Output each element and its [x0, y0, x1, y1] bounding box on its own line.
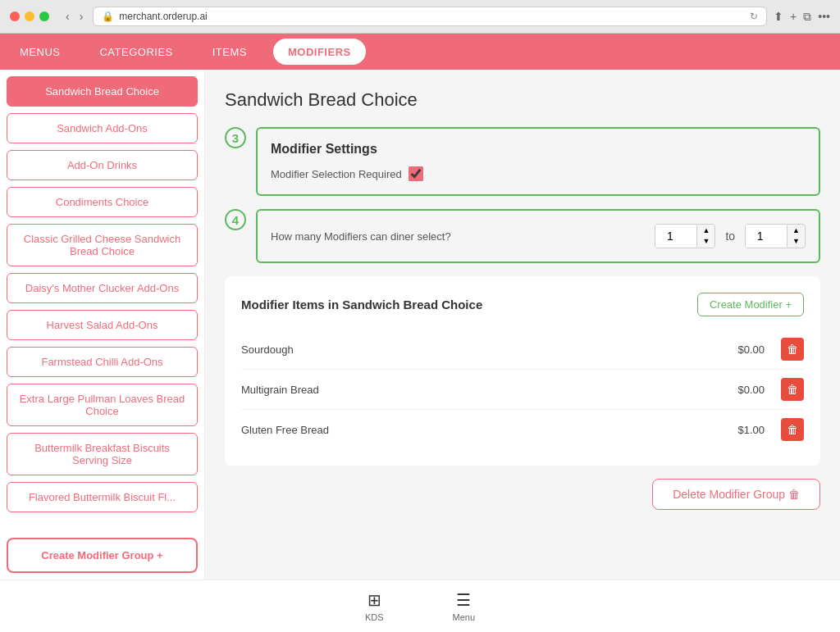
bottom-bar: ⊞ KDS ☰ Menu	[0, 580, 840, 632]
checkbox-label: Modifier Selection Required	[271, 168, 402, 180]
to-label: to	[725, 230, 735, 243]
modifier-item-multigrain: Multigrain Bread $0.00 🗑	[241, 370, 804, 410]
delete-multigrain-button[interactable]: 🗑	[781, 378, 804, 401]
address-bar[interactable]: 🔒 merchant.orderup.ai ↻	[93, 7, 767, 26]
maximize-traffic-light[interactable]	[39, 11, 49, 21]
sidebar-item-sandwich-addons[interactable]: Sandwich Add-Ons	[7, 113, 198, 143]
modifier-item-glutenfree: Gluten Free Bread $1.00 🗑	[241, 410, 804, 449]
kds-icon: ⊞	[368, 590, 381, 610]
modifier-name-glutenfree: Gluten Free Bread	[241, 424, 715, 436]
nav-menus[interactable]: MENUS	[0, 34, 80, 70]
step4-row: 4 How many Modifiers can diner select? 1…	[225, 209, 820, 263]
minimize-traffic-light[interactable]	[25, 11, 34, 21]
lock-icon: 🔒	[102, 11, 114, 22]
range-from-increment[interactable]: ▲	[696, 225, 714, 236]
delete-glutenfree-button[interactable]: 🗑	[781, 418, 804, 441]
range-to-increment[interactable]: ▲	[787, 225, 805, 236]
sidebar-item-flavored-buttermilk[interactable]: Flavored Buttermilk Biscuit Fl...	[7, 482, 198, 512]
nav-categories[interactable]: CATEGORIES	[80, 34, 192, 70]
step3-circle: 3	[225, 127, 246, 148]
menu-icon: ☰	[456, 590, 471, 610]
add-tab-button[interactable]: +	[790, 10, 797, 23]
app-navigation: MENUS CATEGORIES ITEMS MODIFIERS	[0, 34, 840, 70]
modifier-items-title: Modifier Items in Sandwich Bread Choice	[241, 298, 482, 311]
modifier-name-sourdough: Sourdough	[241, 343, 715, 356]
range-to-spinner-btns: ▲ ▼	[787, 225, 805, 247]
range-from-spinner: 1 ▲ ▼	[655, 224, 715, 248]
close-traffic-light[interactable]	[10, 11, 20, 21]
kds-label: KDS	[365, 612, 384, 622]
url-text: merchant.orderup.ai	[119, 11, 207, 22]
range-from-input[interactable]: 1	[655, 225, 696, 248]
delete-group-row: Delete Modifier Group 🗑	[225, 479, 820, 510]
checkbox-row: Modifier Selection Required	[271, 166, 806, 181]
main-layout: Sandwich Bread Choice Sandwich Add-Ons A…	[0, 70, 840, 580]
range-to-spinner: 1 ▲ ▼	[745, 224, 806, 248]
traffic-lights	[10, 11, 49, 21]
more-button[interactable]: •••	[818, 10, 830, 23]
create-modifier-group-button[interactable]: Create Modifier Group +	[7, 538, 198, 573]
step4-circle: 4	[225, 209, 246, 230]
sidebar-item-condiments-choice[interactable]: Condiments Choice	[7, 187, 198, 217]
modifier-settings-box: Modifier Settings Modifier Selection Req…	[256, 127, 820, 196]
delete-sourdough-button[interactable]: 🗑	[781, 338, 804, 361]
bottom-tab-menu[interactable]: ☰ Menu	[443, 587, 486, 625]
range-label: How many Modifiers can diner select?	[271, 230, 645, 243]
menu-label: Menu	[453, 612, 476, 622]
modifier-item-sourdough: Sourdough $0.00 🗑	[241, 330, 804, 370]
sidebar-item-farmstead-chilli[interactable]: Farmstead Chilli Add-Ons	[7, 347, 198, 377]
range-to-decrement[interactable]: ▼	[787, 236, 805, 247]
sidebar-item-buttermilk-biscuits[interactable]: Buttermilk Breakfast Biscuits Serving Si…	[7, 433, 198, 475]
sidebar-item-daisys-mother-clucker[interactable]: Daisy's Mother Clucker Add-Ons	[7, 273, 198, 303]
page-title: Sandwich Bread Choice	[225, 89, 820, 111]
browser-actions: ⬆ + ⧉ •••	[774, 10, 830, 24]
modifier-name-multigrain: Multigrain Bread	[241, 384, 715, 396]
sidebar: Sandwich Bread Choice Sandwich Add-Ons A…	[0, 70, 205, 580]
nav-modifiers[interactable]: MODIFIERS	[273, 39, 366, 65]
sidebar-item-harvest-salad[interactable]: Harvest Salad Add-Ons	[7, 310, 198, 340]
step3-row: 3 Modifier Settings Modifier Selection R…	[225, 127, 820, 196]
sidebar-list: Sandwich Bread Choice Sandwich Add-Ons A…	[0, 70, 204, 531]
browser-chrome: ‹ › 🔒 merchant.orderup.ai ↻ ⬆ + ⧉ •••	[0, 0, 840, 34]
tabs-button[interactable]: ⧉	[803, 10, 811, 24]
modifier-items-card: Modifier Items in Sandwich Bread Choice …	[225, 276, 820, 466]
modifier-settings-title: Modifier Settings	[271, 142, 806, 157]
range-to-input[interactable]: 1	[746, 225, 787, 248]
modifier-price-glutenfree: $1.00	[715, 424, 765, 436]
modifier-price-multigrain: $0.00	[715, 384, 765, 396]
bottom-tab-kds[interactable]: ⊞ KDS	[355, 587, 394, 625]
modifier-items-header: Modifier Items in Sandwich Bread Choice …	[241, 293, 804, 316]
browser-navigation: ‹ ›	[62, 8, 86, 25]
modifier-range-box: How many Modifiers can diner select? 1 ▲…	[256, 209, 820, 263]
create-modifier-button[interactable]: Create Modifier +	[697, 293, 804, 316]
share-button[interactable]: ⬆	[774, 10, 783, 23]
sidebar-item-extra-large-pullman[interactable]: Extra Large Pullman Loaves Bread Choice	[7, 384, 198, 426]
modifier-price-sourdough: $0.00	[715, 343, 765, 356]
forward-button[interactable]: ›	[76, 8, 87, 25]
delete-modifier-group-button[interactable]: Delete Modifier Group 🗑	[652, 479, 820, 510]
content-area: Sandwich Bread Choice 3 Modifier Setting…	[205, 70, 840, 580]
refresh-icon: ↻	[750, 11, 758, 22]
back-button[interactable]: ‹	[62, 8, 73, 25]
sidebar-item-addon-drinks[interactable]: Add-On Drinks	[7, 150, 198, 180]
sidebar-item-classic-grilled-cheese[interactable]: Classic Grilled Cheese Sandwich Bread Ch…	[7, 224, 198, 266]
sidebar-item-sandwich-bread-choice[interactable]: Sandwich Bread Choice	[7, 76, 198, 107]
range-from-decrement[interactable]: ▼	[696, 236, 714, 247]
nav-items[interactable]: ITEMS	[193, 34, 267, 70]
modifier-required-checkbox[interactable]	[409, 166, 423, 181]
range-from-spinner-btns: ▲ ▼	[696, 225, 714, 247]
